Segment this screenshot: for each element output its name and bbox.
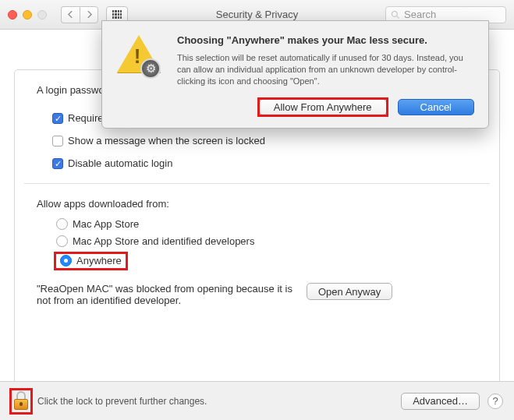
cancel-button[interactable]: Cancel (398, 99, 474, 115)
open-anyway-button[interactable]: Open Anyway (307, 283, 392, 300)
back-button[interactable] (61, 6, 80, 23)
require-password-checkbox[interactable] (52, 113, 63, 124)
radio-mac-app-store[interactable]: Mac App Store (54, 217, 477, 231)
warning-icon: ! (115, 34, 162, 77)
radio-icon (56, 235, 68, 247)
radio-identified-devs[interactable]: Mac App Store and identified developers (54, 235, 477, 248)
lock-icon[interactable] (12, 391, 30, 411)
gatekeeper-options: Mac App Store Mac App Store and identifi… (54, 217, 477, 270)
grid-icon (112, 10, 122, 19)
gatekeeper-heading: Allow apps downloaded from: (37, 198, 477, 210)
forward-button[interactable] (80, 6, 98, 23)
confirm-dialog: ! Choosing "Anywhere" makes your Mac les… (101, 20, 489, 129)
minimize-window-icon[interactable] (23, 10, 32, 19)
svg-line-1 (397, 16, 399, 18)
highlight-anywhere: Anywhere (54, 252, 128, 270)
svg-point-0 (392, 11, 398, 16)
search-placeholder: Search (404, 9, 436, 20)
disable-auto-login-label: Disable automatic login (68, 157, 172, 169)
window-controls (8, 10, 47, 19)
divider (24, 183, 490, 184)
radio-anywhere[interactable]: Anywhere (58, 254, 124, 267)
disable-auto-login-checkbox[interactable] (52, 158, 63, 169)
close-window-icon[interactable] (8, 10, 17, 19)
zoom-window-icon (37, 10, 47, 19)
footer: Click the lock to prevent further change… (0, 381, 514, 420)
blocked-app-row: "ReaOpen MAC" was blocked from opening b… (37, 283, 477, 306)
lock-message-checkbox[interactable] (52, 136, 63, 146)
advanced-button[interactable]: Advanced… (401, 393, 480, 410)
radio-icon (56, 218, 68, 230)
lock-message: Click the lock to prevent further change… (37, 396, 207, 407)
blocked-app-text: "ReaOpen MAC" was blocked from opening b… (37, 283, 294, 306)
lock-message-label: Show a message when the screen is locked (68, 135, 265, 146)
nav-buttons (61, 6, 98, 23)
dialog-text: This selection will be reset automatical… (177, 52, 474, 88)
gear-icon (140, 58, 161, 79)
search-icon (391, 10, 400, 19)
radio-icon (60, 255, 72, 266)
help-button[interactable]: ? (487, 394, 503, 409)
highlight-allow: Allow From Anywhere (259, 99, 387, 115)
allow-from-anywhere-button[interactable]: Allow From Anywhere (259, 99, 387, 115)
dialog-title: Choosing "Anywhere" makes your Mac less … (177, 34, 474, 48)
highlight-lock (11, 390, 31, 413)
gatekeeper-section: Allow apps downloaded from: Mac App Stor… (15, 195, 499, 306)
